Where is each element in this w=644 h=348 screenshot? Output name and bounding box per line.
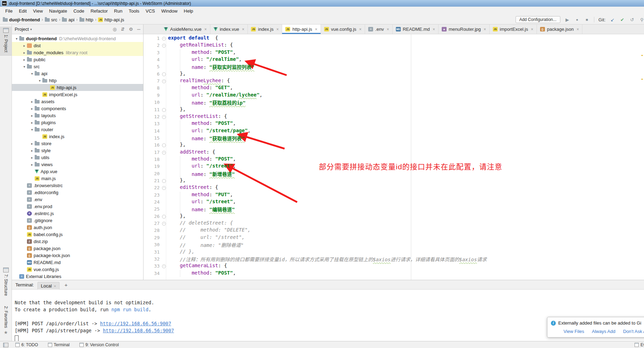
- code-line[interactable]: // method: "DELETE",: [168, 227, 644, 234]
- close-icon[interactable]: ×: [54, 284, 56, 288]
- tree-item-.env.prod[interactable]: ≡.env.prod: [12, 203, 143, 210]
- collapse-all-icon[interactable]: ⇵: [121, 27, 125, 32]
- tab-close-icon[interactable]: ×: [531, 27, 533, 32]
- code-line[interactable]: export default {: [168, 35, 644, 42]
- status-item-terminal[interactable]: Terminal: [48, 342, 70, 347]
- notification-action-don-t-ask-agai[interactable]: Don't Ask Agai: [623, 329, 644, 334]
- tree-item-External Libraries[interactable]: ≡External Libraries: [12, 273, 143, 280]
- tree-item-node_modules[interactable]: ▸node_moduleslibrary root: [12, 49, 143, 56]
- chevron-expanded-icon[interactable]: ▾: [29, 128, 35, 132]
- code-line[interactable]: // deleteStreet: {: [168, 220, 644, 227]
- debug-icon[interactable]: ●: [574, 17, 580, 22]
- event-log-label[interactable]: Ev: [640, 342, 644, 347]
- menu-item-run[interactable]: Run: [111, 8, 126, 14]
- code-line[interactable]: realTimeLychee: {: [168, 78, 644, 85]
- breadcrumb-segment-api[interactable]: api: [62, 17, 74, 22]
- stop-icon[interactable]: ■: [584, 17, 590, 22]
- chevron-collapsed-icon[interactable]: ▸: [29, 114, 35, 118]
- chevron-collapsed-icon[interactable]: ▸: [29, 149, 35, 152]
- terminal-link[interactable]: http://192.168.66.56:9007: [100, 321, 171, 326]
- chevron-collapsed-icon[interactable]: ▸: [29, 107, 35, 111]
- tree-item-style[interactable]: ▸style: [12, 147, 143, 154]
- menu-item-code[interactable]: Code: [70, 8, 88, 14]
- tree-item-http-api.js[interactable]: JShttp-api.js: [12, 84, 143, 91]
- tool-windows-toggle-icon[interactable]: [3, 343, 8, 347]
- chevron-collapsed-icon[interactable]: ▸: [29, 156, 35, 159]
- terminal-tab-local[interactable]: Local ×: [37, 282, 60, 290]
- tool-window-button-structure[interactable]: 7: Structure: [0, 268, 12, 296]
- tree-item-views[interactable]: ▸views: [12, 161, 143, 168]
- commit-icon[interactable]: ✔: [620, 17, 625, 22]
- code-line[interactable]: name: "编辑巷道": [168, 206, 644, 213]
- editor-tab-index.vue[interactable]: index.vue×: [210, 24, 248, 34]
- fold-collapse-icon[interactable]: -: [162, 151, 166, 155]
- tree-item-http[interactable]: ▾http: [12, 77, 143, 84]
- tree-item-App.vue[interactable]: App.vue: [12, 168, 143, 175]
- project-view-selector[interactable]: Project: [15, 27, 29, 32]
- add-configuration-button[interactable]: Add Configuration...: [516, 16, 560, 23]
- code-line[interactable]: method: "POST",: [168, 120, 644, 127]
- chevron-expanded-icon[interactable]: ▾: [14, 37, 19, 41]
- tree-item-importExcel.js[interactable]: JSimportExcel.js: [12, 91, 143, 98]
- editor-tab-README.md[interactable]: MDREADME.md×: [393, 24, 439, 34]
- menu-item-window[interactable]: Window: [158, 8, 181, 14]
- code-line[interactable]: getRealTimeList: {: [168, 42, 644, 49]
- tree-item-assets[interactable]: ▸assets: [12, 98, 143, 105]
- tree-item-.env[interactable]: ≡.env: [12, 196, 143, 203]
- fold-collapse-icon[interactable]: -: [162, 115, 166, 119]
- menu-item-refactor[interactable]: Refactor: [88, 8, 111, 14]
- menu-item-help[interactable]: Help: [181, 8, 196, 14]
- code-line[interactable]: name: "获取实时监控列表": [168, 63, 644, 70]
- chevron-expanded-icon[interactable]: ▾: [37, 79, 42, 83]
- tab-close-icon[interactable]: ×: [315, 27, 317, 32]
- editor-tab-http-api.js[interactable]: JShttp-api.js×: [282, 24, 321, 34]
- fold-collapse-icon[interactable]: -: [162, 186, 166, 190]
- tree-item-package.json[interactable]: {}package.json: [12, 245, 143, 252]
- tree-item-duoji-frontend[interactable]: ▾duoji-frontendD:\zheheWeb\duoji-fronten…: [12, 35, 143, 42]
- menu-item-file[interactable]: File: [2, 8, 16, 14]
- code-line[interactable]: method: "POST",: [168, 270, 644, 277]
- tree-item-babel.config.js[interactable]: JSbabel.config.js: [12, 231, 143, 238]
- code-line[interactable]: name: "获取巷道列表": [168, 135, 644, 142]
- code-line[interactable]: url: "/street",: [168, 163, 644, 170]
- editor-tab-.env[interactable]: ≡.env×: [365, 24, 393, 34]
- locate-icon[interactable]: ◎: [113, 27, 117, 32]
- code-line[interactable]: },: [168, 177, 644, 184]
- menu-item-tools[interactable]: Tools: [126, 8, 142, 14]
- history-icon[interactable]: ↺: [629, 17, 635, 22]
- tab-close-icon[interactable]: ×: [204, 27, 207, 32]
- tree-item-index.js[interactable]: JSindex.js: [12, 133, 143, 140]
- chevron-collapsed-icon[interactable]: ▸: [29, 163, 35, 166]
- tree-item-api[interactable]: ▾api: [12, 70, 143, 77]
- fold-collapse-icon[interactable]: -: [162, 79, 166, 83]
- fold-end-icon[interactable]: [162, 179, 166, 183]
- tree-item-dist.zip[interactable]: Zdist.zip: [12, 238, 143, 245]
- code-line[interactable]: method: "POST",: [168, 49, 644, 56]
- breadcrumb-segment-http[interactable]: http: [79, 17, 93, 22]
- breadcrumb-segment-src[interactable]: src: [45, 17, 57, 22]
- notification-action-always-add[interactable]: Always Add: [592, 329, 615, 334]
- tree-item-.editorconfig[interactable]: ≡.editorconfig: [12, 189, 143, 196]
- code-line[interactable]: url: "/street",: [168, 199, 644, 206]
- tree-item-public[interactable]: ▸public: [12, 56, 143, 63]
- tree-item-components[interactable]: ▸components: [12, 105, 143, 112]
- tab-close-icon[interactable]: ×: [242, 27, 244, 32]
- tree-item-.browserslistrc[interactable]: ≡.browserslistrc: [12, 182, 143, 189]
- fold-collapse-icon[interactable]: -: [162, 37, 166, 41]
- fold-collapse-icon[interactable]: -: [162, 264, 166, 268]
- event-log-icon[interactable]: [635, 343, 639, 347]
- status-item-6-todo[interactable]: 6: TODO: [15, 342, 38, 347]
- chevron-collapsed-icon[interactable]: ▸: [22, 51, 27, 55]
- hide-icon[interactable]: ─: [137, 27, 140, 32]
- tab-close-icon[interactable]: ×: [484, 27, 486, 32]
- code-line[interactable]: url: "/realTime",: [168, 56, 644, 63]
- code-line[interactable]: },: [168, 213, 644, 220]
- tree-item-.eslintrc.js[interactable]: e.eslintrc.js: [12, 210, 143, 217]
- code-editor[interactable]: 部分需要拼接动态变量id的接口并未在此配置，请注意 1-export defau…: [144, 34, 644, 280]
- editor-tab-AsideMenu.vue[interactable]: AsideMenu.vue×: [161, 24, 210, 34]
- tree-item-README.md[interactable]: MDREADME.md: [12, 259, 143, 266]
- tab-close-icon[interactable]: ×: [433, 27, 435, 32]
- terminal-link[interactable]: http://192.168.66.56:9007: [103, 328, 174, 333]
- tree-item-store[interactable]: ▸store: [12, 140, 143, 147]
- menu-item-vcs[interactable]: VCS: [142, 8, 158, 14]
